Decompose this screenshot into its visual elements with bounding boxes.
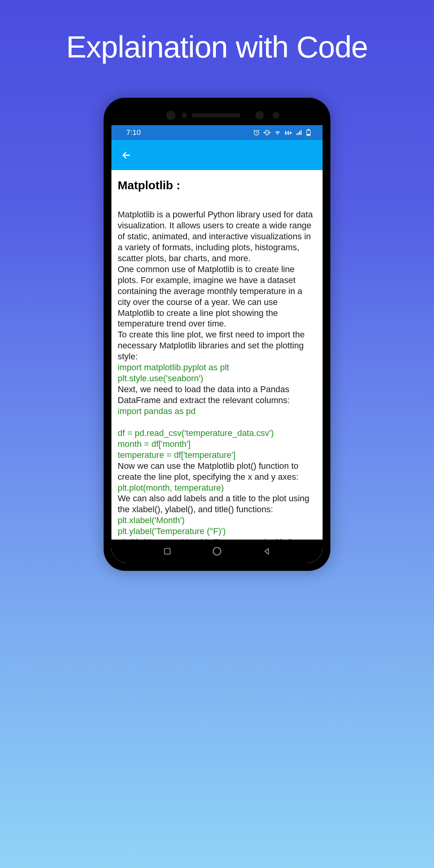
code-line: temperature = df['temperature'] xyxy=(118,450,316,461)
svg-rect-1 xyxy=(266,130,268,135)
code-line: plt.ylabel('Temperature (°F)') xyxy=(118,526,316,537)
svg-rect-8 xyxy=(307,135,309,135)
paragraph: Matplotlib is a powerful Python library … xyxy=(118,209,316,264)
network-type-icon: H+ xyxy=(285,129,292,136)
paragraph: One common use of Matplotlib is to creat… xyxy=(118,264,316,330)
alarm-icon xyxy=(253,129,260,136)
svg-point-10 xyxy=(213,547,221,555)
status-bar: 7:10 H+ xyxy=(111,125,323,140)
svg-rect-9 xyxy=(165,549,170,554)
back-button[interactable] xyxy=(121,150,132,161)
phone-frame: 7:10 H+ Matplotlib : Matplotlib is a pow… xyxy=(104,98,330,571)
svg-rect-5 xyxy=(301,130,301,135)
svg-rect-4 xyxy=(299,131,300,135)
code-line: plt.xlabel('Month') xyxy=(118,515,316,526)
page-title: Explaination with Code xyxy=(0,0,434,65)
home-button[interactable] xyxy=(211,545,223,558)
svg-rect-2 xyxy=(296,134,297,135)
code-line: import matplotlib.pyplot as plt xyxy=(118,362,316,373)
navigation-bar xyxy=(111,540,323,563)
circle-icon xyxy=(212,546,222,556)
recent-apps-button[interactable] xyxy=(161,545,174,558)
phone-notch xyxy=(143,109,291,121)
code-line: plt.style.use('seaborn') xyxy=(118,373,316,384)
app-bar xyxy=(111,140,323,170)
signal-icon xyxy=(296,129,303,136)
square-icon xyxy=(163,547,172,556)
android-back-button[interactable] xyxy=(260,545,273,558)
svg-rect-7 xyxy=(308,129,309,130)
code-line: month = df['month'] xyxy=(118,439,316,450)
paragraph: We can also add labels and a title to th… xyxy=(118,493,316,515)
paragraph: To create this line plot, we first need … xyxy=(118,329,316,362)
code-line: import pandas as pd xyxy=(118,406,316,417)
arrow-left-icon xyxy=(121,150,132,161)
content-area[interactable]: Matplotlib : Matplotlib is a powerful Py… xyxy=(111,170,323,563)
wifi-icon xyxy=(274,129,281,136)
code-line: df = pd.read_csv('temperature_data.csv') xyxy=(118,428,316,439)
paragraph: Now we can use the Matplotlib plot() fun… xyxy=(118,461,316,482)
svg-rect-3 xyxy=(298,133,298,135)
triangle-left-icon xyxy=(262,547,271,556)
paragraph: Next, we need to load the data into a Pa… xyxy=(118,384,316,406)
vibrate-icon xyxy=(264,129,271,136)
battery-icon xyxy=(306,129,311,136)
article-title: Matplotlib : xyxy=(118,178,316,193)
status-time: 7:10 xyxy=(126,128,141,137)
code-line: plt.plot(month, temperature) xyxy=(118,482,316,493)
